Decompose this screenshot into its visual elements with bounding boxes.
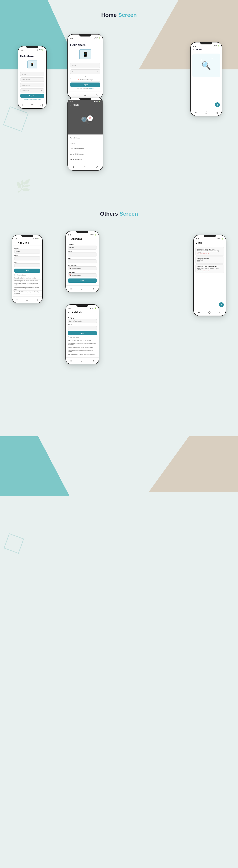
status-bar: 9:41 ▶ WiFi 🔋 bbox=[68, 100, 103, 103]
add-goals-form: Category Fitness Goals Note Next Regular… bbox=[12, 246, 42, 296]
eye-icon: 👁 bbox=[41, 90, 42, 92]
hello-text: Hello there! bbox=[20, 55, 44, 58]
phone-notch bbox=[22, 235, 33, 237]
register-link-text: Register bbox=[89, 88, 94, 89]
fab-plus-icon: + bbox=[220, 303, 222, 306]
goals-input[interactable] bbox=[68, 326, 97, 330]
add-goals-title: Add Goals bbox=[71, 238, 82, 240]
goals-label: Goals bbox=[14, 255, 40, 256]
password-field[interactable]: Password 👁 bbox=[70, 69, 100, 74]
screen-word: Screen bbox=[118, 12, 137, 18]
register-link[interactable]: Don't have an account? Register bbox=[70, 88, 100, 89]
back-arrow-icon[interactable]: ← bbox=[193, 49, 195, 51]
back-arrow-icon[interactable]: ← bbox=[68, 238, 70, 240]
nav-menu-icon: ≡ bbox=[195, 111, 197, 114]
goals-overlay-phone: 9:41 ▶ WiFi 🔋 ← Goals 🔍 ✕ Wor bbox=[67, 98, 103, 170]
add-goals-header: ← Add Goals bbox=[66, 236, 99, 242]
category-work[interactable]: Work & Career bbox=[68, 136, 103, 140]
phone-notch bbox=[26, 46, 38, 49]
nav-home-icon: ⬡ bbox=[81, 287, 83, 290]
category-love[interactable]: Love & Relationship bbox=[68, 146, 103, 151]
nav-menu-icon: ≡ bbox=[72, 93, 74, 96]
bg-triangle-2 bbox=[4, 533, 24, 554]
cat-title: Category: Family & Friends bbox=[197, 249, 222, 250]
others-title-row: Others Screen bbox=[0, 211, 238, 217]
add-goals-bottom-phone: 9:41 ▶ WiFi 🔋 ← Add Goals Category Love … bbox=[65, 304, 99, 364]
category-input[interactable]: Love & Relationship bbox=[68, 319, 97, 323]
add-goals-header: ← Add Goals bbox=[66, 309, 99, 315]
category-money[interactable]: Money & Retirement bbox=[68, 152, 103, 156]
others-section: Others Screen 9:41 ▶ WiFi 🔋 ← Add Goals … bbox=[0, 199, 238, 403]
starting-date-input[interactable]: 📅 MM/DD/YYYY bbox=[68, 267, 97, 270]
suggestion-5[interactable]: Improve flexibility through regular stre… bbox=[12, 290, 42, 295]
time-display: 9:41 bbox=[193, 45, 196, 47]
login-button[interactable]: Login bbox=[70, 83, 100, 87]
hello-text: Hello there! bbox=[70, 43, 100, 46]
suggestion-4[interactable]: Complete a full-body workout three times… bbox=[12, 286, 42, 290]
target-date-input[interactable]: 📅 MM/DD/YYYY bbox=[68, 273, 97, 277]
suggestion-love-1[interactable]: Plan a surprise date night for my partne… bbox=[66, 339, 99, 342]
cat-note: Note: bbox=[197, 261, 222, 262]
plus-icon: ＋ bbox=[199, 58, 203, 62]
suggestion-3[interactable]: Incorporate yoga into my weekly exercise… bbox=[12, 282, 42, 286]
status-bar: 9:41 ▶ WiFi 🔋 bbox=[18, 49, 46, 51]
back-arrow-icon[interactable]: ← bbox=[70, 104, 72, 106]
password-placeholder: Password bbox=[72, 71, 79, 73]
suggestion-love-4[interactable]: Work on resolving conflicts in a constru… bbox=[66, 349, 99, 353]
category-input[interactable]: Fitness bbox=[14, 250, 40, 253]
add-goals-title: Add Goals bbox=[71, 311, 82, 313]
next-button[interactable]: Next bbox=[14, 269, 40, 273]
suggestion-love-3[interactable]: Express gratitude and appreciation regul… bbox=[66, 346, 99, 349]
login-link[interactable]: Already have an Account? Login bbox=[20, 99, 44, 100]
category-input[interactable]: Fitness bbox=[68, 246, 97, 250]
firstname-field[interactable]: First Name bbox=[20, 78, 44, 82]
email-field[interactable]: Email bbox=[20, 72, 44, 76]
google-btn-text: Continue with Google bbox=[80, 79, 93, 81]
note-input[interactable] bbox=[68, 259, 97, 264]
cat-description: Goal: Have a family vacation or outing bbox=[197, 250, 222, 251]
category-label: Category bbox=[14, 248, 40, 249]
password-field[interactable]: Password 👁 bbox=[20, 89, 44, 93]
suggestion-1[interactable]: Run a 5k within the next three months bbox=[12, 277, 42, 279]
email-placeholder: Email bbox=[72, 65, 76, 66]
status-icons: ▶ WiFi 🔋 bbox=[90, 234, 96, 236]
fab-add-button[interactable]: + bbox=[215, 102, 220, 107]
cat-date: Due Date: 2024-03-31 bbox=[197, 253, 222, 254]
cat-description: Goal: Mike bbox=[197, 259, 222, 261]
goals-header: ← Goals bbox=[191, 47, 222, 52]
lastname-field[interactable]: Last Name bbox=[20, 83, 44, 87]
suggestion-love-5[interactable]: Spend quality time together without dist… bbox=[66, 353, 99, 356]
others-section-title: Others Screen bbox=[0, 211, 238, 217]
starting-date-value: MM/DD/YYYY bbox=[72, 268, 81, 269]
note-input[interactable] bbox=[14, 264, 40, 268]
minus-icon: − bbox=[211, 57, 213, 61]
category-fitness[interactable]: Fitness bbox=[68, 141, 103, 146]
register-button[interactable]: Register bbox=[20, 94, 44, 98]
back-arrow-icon[interactable]: ← bbox=[68, 311, 70, 313]
suggestion-2[interactable]: Achieve a personal record in bench press bbox=[12, 279, 42, 282]
status-icons: ▶ WiFi 🔋 bbox=[94, 37, 100, 39]
goals-list-header: Goals bbox=[194, 240, 226, 246]
suggestion-love-2[interactable]: Communicate more openly and honestly wit… bbox=[66, 342, 99, 346]
nav-back-icon: ◁ bbox=[96, 165, 98, 168]
bg-teal-shape-2 bbox=[0, 436, 69, 496]
reg-screen: Hello there! 📱 Email First Name Last Nam… bbox=[20, 55, 44, 100]
goals-input[interactable] bbox=[68, 252, 97, 256]
save-button[interactable]: Save bbox=[68, 278, 97, 283]
cat-date: Due Date: 2024-01-31 bbox=[197, 270, 222, 272]
nav-bar: ≡ ⬡ ◁ bbox=[18, 102, 46, 108]
email-field[interactable]: Email bbox=[70, 63, 100, 68]
category-family[interactable]: Family & Friends bbox=[68, 157, 103, 162]
goals-input[interactable] bbox=[14, 256, 40, 260]
phone-notch bbox=[200, 42, 212, 44]
screen-word-others: Screen bbox=[119, 211, 138, 217]
add-goals-title: Add Goals bbox=[18, 242, 29, 244]
next-button[interactable]: Next bbox=[68, 331, 97, 335]
time-display: 9:41 bbox=[196, 238, 199, 240]
back-arrow-icon[interactable]: ← bbox=[14, 242, 16, 244]
email-placeholder: Email bbox=[22, 73, 26, 75]
fab-add-button[interactable]: + bbox=[219, 302, 224, 307]
nav-menu-icon: ≡ bbox=[70, 359, 72, 362]
home-word: Home bbox=[101, 12, 117, 18]
google-button[interactable]: G Continue with Google bbox=[70, 78, 100, 82]
